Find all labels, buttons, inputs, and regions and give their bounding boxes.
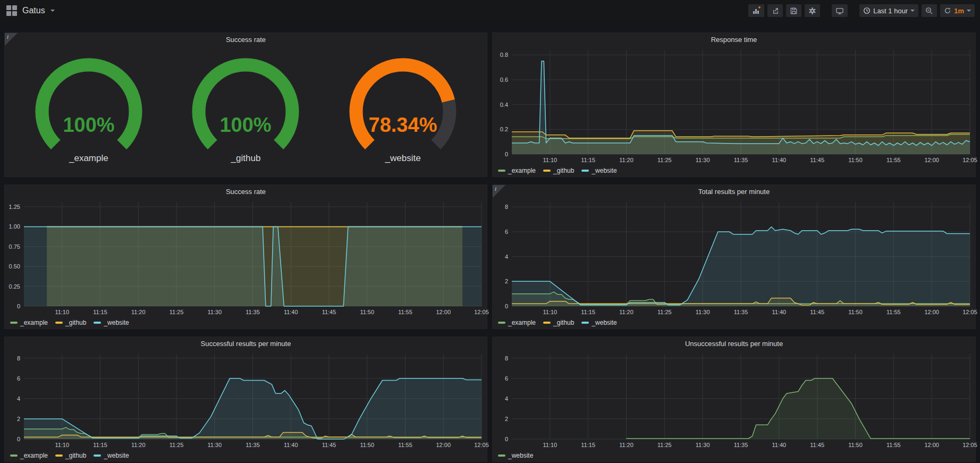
panel-success-rate-gauges: i Success rate 100%_example100%_github78… bbox=[4, 32, 487, 177]
add-panel-button[interactable] bbox=[748, 4, 764, 17]
x-tick-label: 11:35 bbox=[246, 442, 260, 448]
legend-item-_example[interactable]: _example bbox=[498, 167, 536, 174]
legend-item-_website[interactable]: _website bbox=[94, 452, 129, 459]
gauge-arc: 78.34% bbox=[336, 56, 469, 153]
grid-lines bbox=[512, 354, 970, 439]
panel-title[interactable]: Unsuccessful results per minute bbox=[493, 337, 975, 351]
legend-item-_example[interactable]: _example bbox=[10, 452, 48, 459]
y-tick-label: 0.8 bbox=[500, 52, 508, 58]
y-tick-label: 1.25 bbox=[9, 204, 20, 210]
legend: _example_github_website bbox=[493, 317, 975, 329]
x-tick-label: 11:55 bbox=[886, 442, 901, 448]
x-tick-label: 11:10 bbox=[543, 157, 557, 163]
x-tick-label: 11:40 bbox=[284, 442, 298, 448]
chart-response-time[interactable]: 00.20.40.60.811:1011:1511:2011:2511:3011… bbox=[493, 47, 975, 165]
gauge-_website: 78.34%_website bbox=[336, 56, 469, 164]
chevron-down-icon[interactable] bbox=[50, 10, 55, 12]
series-area-_website bbox=[512, 227, 970, 306]
x-tick-label: 12:00 bbox=[436, 442, 451, 448]
legend-item-_website[interactable]: _website bbox=[498, 452, 533, 459]
dashboards-grid-icon[interactable] bbox=[6, 5, 17, 16]
x-tick-label: 12:00 bbox=[924, 442, 939, 448]
x-tick-label: 11:30 bbox=[207, 442, 222, 448]
add-panel-icon bbox=[752, 6, 761, 15]
x-tick-label: 11:35 bbox=[734, 442, 748, 448]
gear-icon bbox=[808, 7, 816, 15]
panel-title[interactable]: Response time bbox=[493, 33, 975, 47]
dashboard-title[interactable]: Gatus bbox=[22, 6, 45, 15]
legend-item-_github[interactable]: _github bbox=[543, 167, 574, 174]
panel-title[interactable]: Successful results per minute bbox=[5, 337, 487, 351]
x-tick-label: 11:40 bbox=[772, 309, 786, 315]
tv-mode-button[interactable] bbox=[832, 4, 848, 17]
refresh-button[interactable]: 1m bbox=[940, 4, 975, 17]
legend-item-_website[interactable]: _website bbox=[581, 319, 616, 326]
legend-label: _github bbox=[553, 167, 574, 174]
y-tick-label: 0.2 bbox=[500, 126, 508, 132]
x-tick-label: 11:30 bbox=[696, 442, 710, 448]
legend-swatch bbox=[94, 454, 101, 457]
y-tick-label: 6 bbox=[505, 375, 508, 382]
legend-item-_website[interactable]: _website bbox=[94, 319, 129, 326]
chart-svg: 0246811:1011:1511:2011:2511:3011:3511:40… bbox=[5, 351, 487, 450]
legend-item-_website[interactable]: _website bbox=[581, 167, 616, 174]
x-tick-label: 12:00 bbox=[924, 157, 939, 163]
panel-title[interactable]: Total results per minute bbox=[493, 185, 975, 199]
legend-swatch bbox=[581, 322, 589, 324]
chart-total-results[interactable]: 0246811:1011:1511:2011:2511:3011:3511:40… bbox=[493, 199, 975, 317]
panel-info-icon[interactable]: i bbox=[493, 185, 505, 198]
panel-title[interactable]: Success rate bbox=[5, 33, 487, 47]
legend-swatch bbox=[498, 322, 505, 324]
legend-item-_github[interactable]: _github bbox=[55, 452, 86, 459]
legend-item-_github[interactable]: _github bbox=[543, 319, 574, 326]
gauge-arc: 100% bbox=[179, 56, 312, 153]
x-tick-label: 11:50 bbox=[360, 309, 374, 315]
zoom-out-button[interactable] bbox=[922, 4, 937, 17]
chevron-down-icon bbox=[967, 10, 971, 12]
x-tick-label: 11:40 bbox=[284, 309, 298, 315]
x-tick-label: 11:50 bbox=[848, 157, 863, 163]
save-icon bbox=[790, 7, 798, 15]
x-tick-label: 11:15 bbox=[581, 157, 595, 163]
time-range-button[interactable]: Last 1 hour bbox=[859, 4, 918, 17]
legend: _example_github_website bbox=[5, 450, 487, 461]
x-tick-label: 11:15 bbox=[93, 309, 107, 315]
legend-swatch bbox=[498, 454, 505, 457]
y-tick-label: 4 bbox=[17, 395, 20, 402]
x-tick-label: 11:25 bbox=[657, 309, 672, 315]
chart-svg: 0246811:1011:1511:2011:2511:3011:3511:40… bbox=[493, 351, 975, 450]
chart-success-rate[interactable]: 00.250.500.751.001.2511:1011:1511:2011:2… bbox=[5, 199, 487, 317]
panel-title[interactable]: Success rate bbox=[5, 185, 487, 199]
clock-icon bbox=[863, 7, 871, 14]
legend-item-_example[interactable]: _example bbox=[498, 319, 536, 326]
x-tick-label: 11:40 bbox=[772, 157, 786, 163]
legend-label: _example bbox=[20, 452, 48, 459]
legend-swatch bbox=[581, 170, 589, 172]
x-tick-label: 11:45 bbox=[322, 442, 336, 448]
y-tick-label: 2 bbox=[505, 278, 508, 284]
settings-button[interactable] bbox=[805, 4, 820, 17]
legend-label: _example bbox=[508, 167, 536, 174]
save-button[interactable] bbox=[786, 4, 801, 17]
x-tick-label: 11:10 bbox=[55, 442, 69, 448]
legend-swatch bbox=[94, 322, 101, 324]
y-tick-label: 1.00 bbox=[9, 223, 20, 230]
x-tick-label: 11:30 bbox=[696, 309, 710, 315]
x-tick-label: 11:25 bbox=[170, 309, 184, 315]
chart-unsuccessful-results[interactable]: 0246811:1011:1511:2011:2511:3011:3511:40… bbox=[493, 351, 975, 450]
x-tick-label: 11:55 bbox=[398, 442, 412, 448]
navbar: Gatus bbox=[0, 0, 980, 21]
x-tick-label: 12:05 bbox=[962, 442, 977, 448]
legend-item-_example[interactable]: _example bbox=[10, 319, 48, 326]
legend-item-_github[interactable]: _github bbox=[55, 319, 86, 326]
share-button[interactable] bbox=[767, 4, 783, 17]
legend-label: _example bbox=[20, 319, 48, 326]
chart-successful-results[interactable]: 0246811:1011:1511:2011:2511:3011:3511:40… bbox=[5, 351, 487, 450]
legend: _website bbox=[493, 450, 975, 461]
refresh-interval-label: 1m bbox=[954, 7, 964, 15]
x-tick-label: 11:20 bbox=[131, 442, 146, 448]
panel-info-icon[interactable]: i bbox=[5, 33, 18, 46]
y-tick-label: 0 bbox=[505, 151, 508, 157]
x-tick-label: 11:25 bbox=[657, 442, 672, 448]
y-tick-label: 0.4 bbox=[500, 102, 508, 108]
